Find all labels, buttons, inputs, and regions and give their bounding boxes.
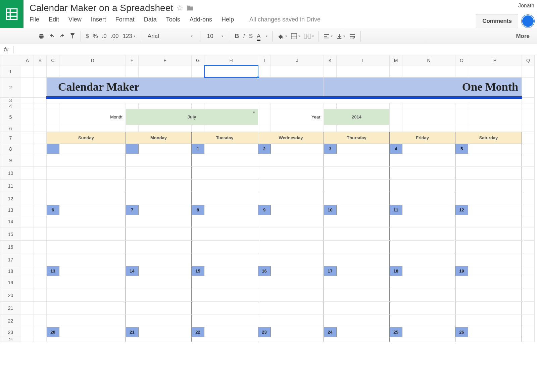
cal-cell[interactable] bbox=[47, 180, 126, 192]
toolbar-more[interactable]: More bbox=[512, 33, 534, 40]
menu-data[interactable]: Data bbox=[144, 16, 157, 23]
cal-cell[interactable] bbox=[47, 302, 126, 314]
text-color-button[interactable]: A bbox=[257, 33, 260, 40]
cal-cell[interactable] bbox=[204, 205, 258, 215]
menu-addons[interactable]: Add-ons bbox=[190, 16, 212, 23]
cal-num[interactable]: 5 bbox=[455, 144, 468, 154]
col-G[interactable]: G bbox=[192, 55, 204, 65]
cal-cell[interactable] bbox=[258, 314, 324, 327]
cal-cell[interactable] bbox=[324, 167, 390, 180]
cal-cell[interactable] bbox=[258, 302, 324, 314]
cal-cell[interactable] bbox=[455, 276, 522, 289]
cal-cell[interactable] bbox=[324, 228, 390, 241]
paint-format-icon[interactable] bbox=[70, 33, 76, 40]
cal-num[interactable]: 18 bbox=[390, 266, 402, 276]
cal-cell[interactable] bbox=[390, 180, 455, 192]
cal-cell[interactable] bbox=[192, 241, 258, 253]
cal-num[interactable]: 8 bbox=[192, 205, 204, 215]
cal-cell[interactable] bbox=[271, 327, 324, 337]
cal-cell[interactable] bbox=[258, 228, 324, 241]
cal-cell[interactable] bbox=[192, 302, 258, 314]
cal-cell[interactable] bbox=[468, 144, 522, 154]
col-F[interactable]: F bbox=[139, 55, 192, 65]
number-format[interactable]: 123▾ bbox=[123, 33, 135, 40]
cal-cell[interactable] bbox=[324, 192, 390, 205]
text-wrap-icon[interactable] bbox=[349, 34, 356, 39]
cal-cell[interactable] bbox=[324, 215, 390, 228]
cal-num[interactable]: 24 bbox=[324, 327, 337, 337]
cal-cell[interactable] bbox=[59, 205, 126, 215]
cal-cell[interactable] bbox=[390, 276, 455, 289]
row-16[interactable]: 16 bbox=[0, 241, 21, 253]
cal-cell[interactable] bbox=[204, 266, 258, 276]
col-K[interactable]: K bbox=[324, 55, 337, 65]
cal-cell[interactable] bbox=[324, 314, 390, 327]
cal-num[interactable]: 2 bbox=[258, 144, 271, 154]
cal-cell[interactable] bbox=[258, 241, 324, 253]
cal-num[interactable]: 14 bbox=[126, 266, 139, 276]
row-8[interactable]: 8 bbox=[0, 144, 21, 154]
cal-cell[interactable] bbox=[390, 314, 455, 327]
format-currency[interactable]: $ bbox=[86, 33, 89, 40]
formula-input[interactable] bbox=[19, 47, 533, 52]
cal-cell[interactable] bbox=[258, 289, 324, 302]
star-icon[interactable]: ☆ bbox=[177, 4, 183, 12]
cal-cell[interactable] bbox=[126, 192, 192, 205]
month-dropdown[interactable]: July▼ bbox=[126, 109, 258, 125]
cal-cell[interactable] bbox=[390, 302, 455, 314]
cal-num[interactable] bbox=[126, 144, 139, 154]
menu-edit[interactable]: Edit bbox=[49, 16, 59, 23]
cal-cell[interactable] bbox=[47, 228, 126, 241]
font-family-select[interactable]: Arial▾ bbox=[145, 33, 195, 40]
cal-cell[interactable] bbox=[324, 253, 390, 266]
cal-cell[interactable] bbox=[126, 154, 192, 167]
bold-button[interactable]: B bbox=[235, 33, 239, 40]
cal-cell[interactable] bbox=[468, 205, 522, 215]
col-E[interactable]: E bbox=[126, 55, 139, 65]
cal-cell[interactable] bbox=[455, 253, 522, 266]
cal-cell[interactable] bbox=[324, 241, 390, 253]
row-14[interactable]: 14 bbox=[0, 215, 21, 228]
cal-num[interactable]: 21 bbox=[126, 327, 139, 337]
cal-cell[interactable] bbox=[455, 337, 522, 342]
cal-cell[interactable] bbox=[271, 144, 324, 154]
merge-cells-icon[interactable]: ▾ bbox=[304, 34, 314, 39]
cal-cell[interactable] bbox=[192, 337, 258, 342]
cal-cell[interactable] bbox=[139, 266, 192, 276]
year-input[interactable]: 2014 bbox=[324, 109, 390, 125]
cal-num[interactable]: 4 bbox=[390, 144, 402, 154]
menu-insert[interactable]: Insert bbox=[91, 16, 106, 23]
row-24[interactable]: 24 bbox=[0, 337, 21, 342]
cal-cell[interactable] bbox=[271, 266, 324, 276]
cal-cell[interactable] bbox=[455, 314, 522, 327]
menu-tools[interactable]: Tools bbox=[166, 16, 180, 23]
document-title[interactable]: Calendar Maker on a Spreadsheet bbox=[30, 3, 173, 13]
col-P[interactable]: P bbox=[468, 55, 522, 65]
cal-num[interactable]: 16 bbox=[258, 266, 271, 276]
cal-cell[interactable] bbox=[390, 228, 455, 241]
row-23[interactable]: 23 bbox=[0, 327, 21, 337]
cal-cell[interactable] bbox=[455, 180, 522, 192]
select-all-corner[interactable] bbox=[0, 55, 21, 65]
cal-cell[interactable] bbox=[47, 276, 126, 289]
row-17[interactable]: 17 bbox=[0, 253, 21, 266]
col-N[interactable]: N bbox=[402, 55, 455, 65]
cal-cell[interactable] bbox=[390, 241, 455, 253]
cal-cell[interactable] bbox=[337, 327, 390, 337]
col-H[interactable]: H bbox=[204, 55, 258, 65]
cal-num[interactable]: 6 bbox=[47, 205, 59, 215]
cal-cell[interactable] bbox=[390, 167, 455, 180]
cal-cell[interactable] bbox=[455, 167, 522, 180]
cal-cell[interactable] bbox=[402, 327, 455, 337]
cal-num[interactable] bbox=[47, 144, 59, 154]
cal-cell[interactable] bbox=[468, 266, 522, 276]
cal-num[interactable]: 9 bbox=[258, 205, 271, 215]
cal-cell[interactable] bbox=[390, 154, 455, 167]
col-L[interactable]: L bbox=[337, 55, 390, 65]
cal-cell[interactable] bbox=[192, 289, 258, 302]
cal-cell[interactable] bbox=[192, 253, 258, 266]
menu-help[interactable]: Help bbox=[222, 16, 234, 23]
cal-cell[interactable] bbox=[455, 302, 522, 314]
cal-cell[interactable] bbox=[126, 215, 192, 228]
cal-num[interactable]: 25 bbox=[390, 327, 402, 337]
